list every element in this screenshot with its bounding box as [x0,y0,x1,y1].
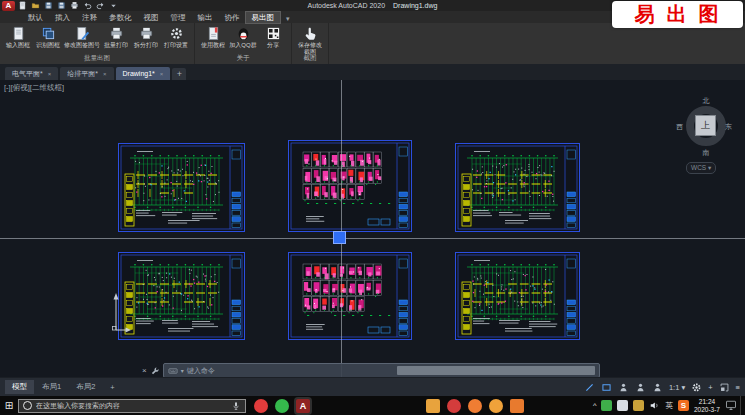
new-file-icon[interactable] [18,1,27,10]
ribbon-tab-视图[interactable]: 视图 [138,12,165,23]
red-badge-app-icon[interactable] [447,399,461,413]
customization-menu-icon[interactable]: ≡ [736,383,740,392]
undo-icon[interactable] [83,1,92,10]
open-folder-icon[interactable] [31,1,40,10]
ribbon-button-打印设置[interactable]: 打印设置 [161,24,191,49]
language-indicator[interactable]: 英 [665,401,673,411]
doc-name: Drawing1.dwg [393,2,437,9]
annotation-visibility-icon[interactable] [618,382,629,393]
drive-tray-icon[interactable] [633,400,644,411]
autocad-window: A Autodesk AutoCAD 2020Drawing1.dwg 易出图 … [0,0,745,415]
command-input[interactable]: ▾ 键入命令 [163,363,600,377]
ribbon-tab-易出图[interactable]: 易出图 [246,12,281,23]
viewcube-west[interactable]: 西 [676,122,683,132]
file-tab-电气平面*[interactable]: 电气平面*× [5,67,58,80]
viewcube[interactable]: 北 西 东 南 上 WCS ▾ [677,94,735,178]
qat-dropdown-icon[interactable] [109,1,118,10]
show-desktop-button[interactable] [740,396,745,415]
new-drawing-tab-button[interactable]: + [172,68,186,80]
save-icon[interactable] [44,1,53,10]
ortho-mode-icon[interactable] [584,382,595,393]
layout-tab-模型[interactable]: 模型 [5,380,34,394]
workspace-gear-icon[interactable] [691,382,702,393]
taskbar-clock[interactable]: 21:24 2020-3-7 [694,398,720,413]
printer-icon [109,25,124,42]
taskbar-search[interactable]: 在这里输入你要搜索的内容 [18,399,246,413]
ribbon-button-加入QQ群[interactable]: 加入QQ群 [228,24,258,49]
ribbon-panel-title: 批量出图 [0,54,194,63]
close-icon[interactable]: × [48,71,52,77]
sogou-tray-icon[interactable]: S [678,400,689,411]
ribbon-tab-管理[interactable]: 管理 [165,12,192,23]
close-icon[interactable]: × [142,363,147,377]
security-tray-icon[interactable] [601,400,612,411]
page-glyph [11,26,26,41]
tray-expand-icon[interactable]: ^ [593,401,597,410]
ribbon-button-保存修改截图[interactable]: 保存修改截图 [295,24,325,55]
viewcube-north[interactable]: 北 [677,96,735,106]
ribbon-tab-注释[interactable]: 注释 [76,12,103,23]
search-app-icon[interactable] [489,399,503,413]
viewcube-east[interactable]: 东 [725,122,732,132]
ribbon-button-批量打印[interactable]: 批量打印 [101,24,131,49]
ribbon-tab-插入[interactable]: 插入 [49,12,76,23]
ribbon-button-分享[interactable]: 分享 [258,24,288,49]
redo-icon[interactable] [96,1,105,10]
layout-tab-+[interactable]: + [103,381,121,394]
pinned-apps: A [254,399,310,413]
ribbon-state-icon[interactable]: ▾ [286,15,290,23]
crosshair-vertical [341,80,342,377]
viewcube-top-face[interactable]: 上 [695,115,716,136]
ribbon-tab-输出[interactable]: 输出 [192,12,219,23]
ribbon-button-识别图框[interactable]: 识别图框 [33,24,63,49]
drawing-sheet-plan[interactable] [455,252,580,340]
file-tab-Drawing1*[interactable]: Drawing1*× [116,67,171,80]
music-app-icon[interactable] [254,399,268,413]
annotation-scale-person-icon[interactable] [652,382,663,393]
display-tray-icon[interactable] [725,397,737,415]
drawing-sheet-plan[interactable] [455,143,580,232]
autocad-logo-icon[interactable]: A [2,1,15,11]
save-as-icon[interactable] [57,1,66,10]
command-line[interactable]: × ▾ 键入命令 [142,363,600,377]
drawing-canvas[interactable]: [-][俯视][二维线框] 北 西 东 南 上 WCS ▾ × ▾ 键入命 [0,80,745,377]
autocad-app-icon[interactable]: A [296,399,310,413]
volume-tray-icon[interactable] [649,400,660,411]
customize-wrench-icon[interactable] [150,366,160,376]
file-tab-给排平面*[interactable]: 给排平面*× [60,67,113,80]
plus-icon[interactable]: + [708,383,712,392]
mic-icon[interactable] [231,397,241,415]
drawing-sheet-detail[interactable] [288,252,412,340]
ribbon-button-拆分打印[interactable]: 拆分打印 [131,24,161,49]
ribbon-tab-默认[interactable]: 默认 [22,12,49,23]
viewcube-south[interactable]: 南 [677,148,735,158]
close-icon[interactable]: × [160,71,164,77]
ribbon-button-使用教程[interactable]: 使用教程 [198,24,228,49]
orange-app-icon[interactable] [468,399,482,413]
drawing-sheet-detail[interactable] [288,140,412,232]
viewport-controls[interactable]: [-][俯视][二维线框] [4,83,64,93]
layout-tab-布局2[interactable]: 布局2 [69,380,102,394]
start-button[interactable]: ⊞ [0,396,18,415]
person-glyph [618,382,629,393]
ribbon-button-输入图框[interactable]: 输入图框 [3,24,33,49]
layout-tab-布局1[interactable]: 布局1 [35,380,68,394]
annotation-scale-value[interactable]: 1:1 ▾ [669,383,685,392]
ribbon-button-修改图签图号[interactable]: 修改图签图号 [63,24,101,49]
snap-mode-icon[interactable] [601,382,612,393]
hand-icon [303,25,318,42]
drawing-sheet-plan[interactable] [118,252,245,340]
drawing-sheet-plan[interactable] [118,143,245,232]
autoscale-icon[interactable] [635,382,646,393]
ribbon-tab-参数化[interactable]: 参数化 [103,12,138,23]
ribbon-tab-协作[interactable]: 协作 [219,12,246,23]
close-icon[interactable]: × [103,71,107,77]
notes-tray-icon[interactable] [617,400,628,411]
files-app-icon[interactable] [426,399,440,413]
wechat-app-icon[interactable] [275,399,289,413]
office-app-icon[interactable] [510,399,524,413]
wcs-dropdown[interactable]: WCS ▾ [686,162,716,174]
plot-icon[interactable] [70,1,79,10]
clean-screen-icon[interactable] [719,382,730,393]
gear-glyph [691,382,702,393]
